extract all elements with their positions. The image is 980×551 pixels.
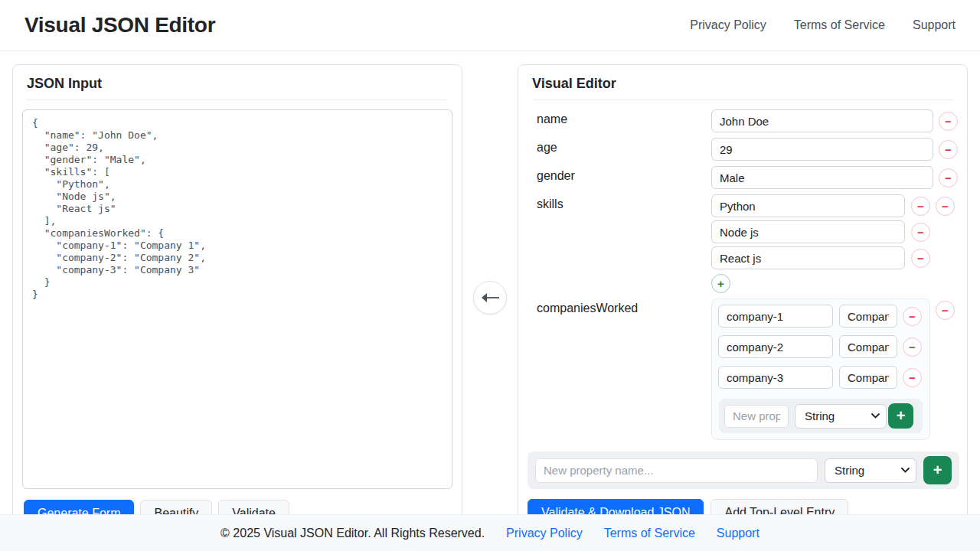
field-label: skills: [537, 194, 711, 211]
remove-property-button[interactable]: −: [936, 197, 955, 216]
entry-value-input[interactable]: [839, 305, 897, 328]
nav-link-terms-of-service[interactable]: Terms of Service: [794, 18, 885, 32]
visual-editor-title: Visual Editor: [532, 65, 953, 100]
header-nav: Privacy Policy Terms of Service Support: [690, 18, 956, 32]
new-property-name-input[interactable]: [535, 458, 818, 483]
page-title: Visual JSON Editor: [24, 13, 215, 37]
entry-key-input[interactable]: [718, 335, 833, 358]
new-property-bar: String +: [528, 452, 959, 489]
object-entry-row: −: [718, 335, 923, 358]
field-label: gender: [537, 166, 711, 183]
json-input-textarea[interactable]: { "name": "John Doe", "age": 29, "gender…: [22, 109, 452, 489]
add-item-button[interactable]: +: [711, 274, 730, 293]
field-value-input[interactable]: [711, 166, 933, 189]
object-entry-row: −: [718, 305, 923, 328]
footer-link-support[interactable]: Support: [717, 527, 760, 540]
copyright-text: © 2025 Visual JSON Editor. All Rights Re…: [220, 527, 485, 540]
field-label: age: [537, 138, 711, 155]
array-item-row: −: [711, 194, 930, 217]
add-property-button[interactable]: +: [923, 456, 952, 484]
remove-property-button[interactable]: −: [939, 140, 958, 159]
nav-link-support[interactable]: Support: [913, 18, 956, 32]
field-row-skills: skills − − − + −: [528, 194, 958, 293]
add-nested-property-button[interactable]: +: [888, 403, 913, 429]
entry-value-input[interactable]: [839, 366, 897, 389]
field-row-gender: gender −: [528, 166, 958, 189]
arrow-left-icon: [480, 292, 500, 303]
remove-entry-button[interactable]: −: [903, 368, 922, 387]
object-entry-row: −: [718, 366, 923, 389]
field-value-input[interactable]: [711, 109, 933, 132]
app-footer: © 2025 Visual JSON Editor. All Rights Re…: [0, 514, 980, 551]
remove-item-button[interactable]: −: [911, 249, 930, 268]
remove-item-button[interactable]: −: [911, 197, 930, 216]
remove-property-button[interactable]: −: [936, 301, 955, 320]
nav-link-privacy-policy[interactable]: Privacy Policy: [690, 18, 766, 32]
property-type-select[interactable]: String: [825, 458, 916, 483]
field-row-age: age −: [528, 138, 958, 161]
transfer-left-button[interactable]: [473, 281, 507, 315]
remove-item-button[interactable]: −: [911, 223, 930, 242]
nested-new-property-row: String +: [719, 399, 923, 433]
field-row-companiesworked: companiesWorked − − −: [528, 298, 958, 440]
property-type-select[interactable]: String: [795, 404, 887, 429]
field-label: companiesWorked: [537, 298, 711, 315]
entry-value-input[interactable]: [839, 335, 897, 358]
footer-link-privacy-policy[interactable]: Privacy Policy: [506, 527, 583, 540]
app-header: Visual JSON Editor Privacy Policy Terms …: [0, 0, 980, 51]
remove-entry-button[interactable]: −: [903, 307, 922, 326]
array-item-input[interactable]: [711, 246, 905, 269]
json-input-panel: JSON Input { "name": "John Doe", "age": …: [12, 64, 462, 527]
field-value-input[interactable]: [711, 138, 933, 161]
remove-property-button[interactable]: −: [939, 112, 958, 131]
object-editor: − − − String: [711, 298, 930, 440]
array-item-input[interactable]: [711, 194, 905, 217]
json-input-title: JSON Input: [27, 65, 448, 100]
type-select-wrapper: String: [825, 458, 916, 483]
visual-editor-panel: Visual Editor name − age − gender − skil…: [518, 64, 968, 527]
entry-key-input[interactable]: [718, 305, 833, 328]
footer-link-terms-of-service[interactable]: Terms of Service: [604, 527, 695, 540]
remove-entry-button[interactable]: −: [903, 337, 922, 357]
array-item-input[interactable]: [711, 220, 905, 243]
field-label: name: [537, 109, 711, 126]
array-item-row: −: [711, 246, 930, 269]
skills-array-editor: − − − +: [711, 194, 930, 293]
entry-key-input[interactable]: [718, 366, 833, 389]
field-row-name: name −: [528, 109, 958, 132]
array-item-row: −: [711, 220, 930, 243]
new-property-name-input[interactable]: [724, 405, 789, 428]
remove-property-button[interactable]: −: [939, 168, 958, 187]
type-select-wrapper: String: [795, 404, 887, 429]
